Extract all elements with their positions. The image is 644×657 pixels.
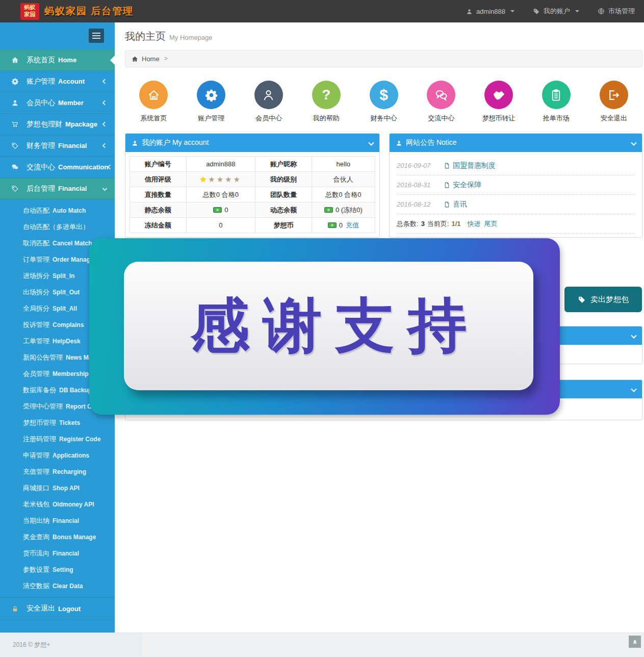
- sidebar-item-label-en: Financial: [58, 185, 87, 192]
- collapse-chevron-icon[interactable]: [631, 386, 636, 392]
- sidebar-item-logout[interactable]: 安全退出 Logout: [0, 597, 115, 620]
- breadcrumb-home[interactable]: Home: [142, 55, 160, 63]
- collapse-chevron-icon[interactable]: [368, 140, 374, 145]
- sidebar-item[interactable]: 后台管理 Financial: [0, 178, 115, 199]
- submenu-item-label-zh: 取消匹配: [23, 239, 49, 247]
- page-label: 当前页:: [427, 219, 449, 229]
- shortcut-label: 交流中心: [428, 114, 454, 123]
- shortcut-item[interactable]: ? 我的帮助: [297, 81, 355, 123]
- submenu-item-label-zh: 进场拆分: [23, 272, 49, 280]
- notice-link[interactable]: 喜讯: [444, 200, 467, 209]
- level-value: 合伙人: [312, 172, 375, 187]
- sidebar-item[interactable]: 财务管理 Financial: [0, 135, 115, 157]
- submenu-item-label-zh: 受理中心管理: [23, 402, 63, 410]
- submenu-item-label-en: HelpDesk: [53, 338, 81, 345]
- table-row: 静态余额 0 动态余额 0 (冻结0): [130, 203, 375, 218]
- sidebar-submenu-item[interactable]: 老米钱包Oldmoney API: [0, 496, 115, 513]
- submenu-item-label-en: Cancel Match: [53, 240, 92, 247]
- account-menu[interactable]: 我的账户: [533, 7, 579, 16]
- submenu-item-label-en: Tickets: [59, 419, 80, 426]
- frozen-amount-value: 0: [186, 218, 255, 233]
- submenu-item-label-zh: 商城接口: [23, 484, 49, 492]
- handshake-icon: [484, 81, 513, 109]
- shortcut-item[interactable]: 交流中心: [413, 81, 470, 123]
- chevron-icon: [102, 143, 108, 148]
- sidebar-submenu-item[interactable]: 商城接口Shop API: [0, 480, 115, 496]
- notice-link[interactable]: 安全保障: [444, 181, 481, 190]
- logout-label-zh: 安全退出: [27, 604, 55, 613]
- notice-panel-header[interactable]: 网站公告 Notice: [390, 134, 642, 152]
- direct-count-value: 总数0 合格0: [186, 187, 255, 203]
- submenu-item-label-zh: 自动匹配: [23, 207, 49, 214]
- sidebar-item-label-en: Account: [58, 78, 85, 85]
- my-account-panel-header[interactable]: 我的账户 My account: [125, 134, 379, 152]
- logo-line1: 蚂蚁: [24, 4, 36, 11]
- submenu-item-label-zh: 会员管理: [23, 370, 49, 377]
- notice-title: 喜讯: [453, 200, 467, 209]
- my-account-panel: 我的账户 My account 账户编号 admin888 账户昵称 hello…: [125, 133, 380, 238]
- shortcut-item[interactable]: 安全退出: [585, 81, 642, 123]
- sidebar-submenu-item[interactable]: 自动匹配Auto Match: [0, 203, 115, 219]
- sidebar-item[interactable]: 系统首页 Home: [0, 49, 115, 71]
- recharge-link[interactable]: 充值: [346, 221, 359, 229]
- fast-forward-link[interactable]: 快进: [468, 219, 481, 229]
- sidebar-item[interactable]: 会员中心 Member: [0, 92, 115, 114]
- chevron-icon: [102, 100, 108, 106]
- last-page-link[interactable]: 尾页: [484, 219, 498, 229]
- notice-link[interactable]: 国盟普惠制度: [444, 161, 496, 170]
- notice-pagination: 总条数: 3 当前页: 1/1 快进 尾页: [397, 214, 635, 234]
- shortcut-item[interactable]: 系统首页: [125, 81, 183, 123]
- collapse-chevron-icon[interactable]: [631, 140, 636, 145]
- frozen-amount-label: 冻结金额: [130, 218, 187, 233]
- shortcut-item[interactable]: 梦想币转让: [470, 81, 528, 123]
- sidebar-item[interactable]: 交流中心 Communication: [0, 157, 115, 178]
- sell-dream-package-button[interactable]: 卖出梦想包: [564, 287, 642, 312]
- submenu-item-label-zh: 新闻公告管理: [23, 353, 63, 361]
- submenu-item-label-en: Financial: [53, 517, 79, 524]
- submenu-item-label-zh: 申请管理: [23, 451, 49, 459]
- sidebar-toggle-button[interactable]: [89, 29, 104, 43]
- sidebar-submenu-item[interactable]: 奖金查询Bonus Manage: [0, 529, 115, 545]
- sidebar-item[interactable]: 账户管理 Account: [0, 71, 115, 92]
- sidebar-submenu-item[interactable]: 参数设置Setting: [0, 562, 115, 578]
- sidebar-submenu-item[interactable]: 注册码管理Register Code: [0, 431, 115, 447]
- breadcrumb-separator: >: [164, 55, 168, 62]
- back-to-top-button[interactable]: ∧: [629, 636, 641, 648]
- submenu-item-label-en: Complains: [53, 321, 84, 328]
- sidebar-submenu-item[interactable]: 当期出纳Financial: [0, 513, 115, 529]
- sidebar-submenu-item[interactable]: 申请管理Applications: [0, 447, 115, 464]
- sidebar-submenu-item[interactable]: 充值管理Recharging: [0, 464, 115, 480]
- star-icon: ★: [200, 175, 208, 184]
- credit-rating-label: 信用评级: [130, 172, 187, 187]
- shortcut-item[interactable]: 抢单市场: [527, 81, 585, 123]
- sidebar-item-label-zh: 系统首页: [27, 56, 55, 65]
- sidebar-submenu-item[interactable]: 自动匹配（多进单出）: [0, 219, 115, 235]
- dynamic-balance-number: 0 (冻结0): [336, 206, 363, 214]
- sidebar-submenu-item[interactable]: 清空数据Clear Data: [0, 578, 115, 594]
- shortcut-item[interactable]: 会员中心: [240, 81, 298, 123]
- submenu-item-label-en: Membership: [53, 370, 89, 377]
- notice-list-item: 2016-08-31 安全保障: [397, 175, 635, 195]
- market-menu[interactable]: 市场管理: [598, 7, 635, 16]
- submenu-item-label-en: Order Manage: [53, 256, 94, 263]
- shortcut-item[interactable]: 账户管理: [183, 81, 240, 123]
- shortcut-label: 安全退出: [601, 114, 627, 123]
- submenu-item-label-zh: 清空数据: [23, 582, 49, 590]
- brand-logo[interactable]: 蚂蚁 家园 蚂蚁家园 后台管理: [20, 3, 134, 20]
- user-menu[interactable]: admin888: [466, 8, 514, 15]
- sidebar-submenu-item[interactable]: 梦想币管理Tickets: [0, 415, 115, 431]
- thanks-overlay-image: 感谢支持: [89, 238, 560, 415]
- collapse-chevron-icon[interactable]: [631, 333, 636, 338]
- sidebar-item[interactable]: 梦想包理财 Mpackage: [0, 114, 115, 135]
- logo-line2: 家园: [24, 11, 36, 18]
- globe-icon: [598, 8, 605, 15]
- static-balance-label: 静态余额: [130, 203, 187, 218]
- shortcut-item[interactable]: $ 财务中心: [355, 81, 413, 123]
- topbar-menu: admin888 我的账户 市场管理: [466, 7, 635, 16]
- notice-list-item: 2016-09-07 国盟普惠制度: [397, 156, 635, 175]
- sidebar-item-label-zh: 会员中心: [27, 98, 55, 108]
- notice-panel-title: 网站公告 Notice: [406, 138, 457, 147]
- sidebar-submenu-item[interactable]: 货币流向Financial: [0, 545, 115, 562]
- home-o-icon: [139, 81, 168, 109]
- account-menu-label: 我的账户: [544, 7, 570, 16]
